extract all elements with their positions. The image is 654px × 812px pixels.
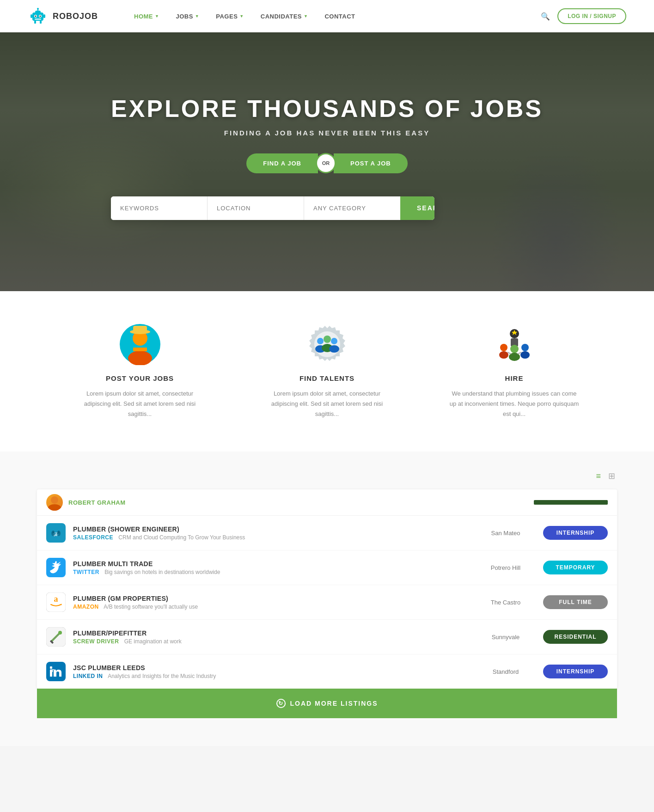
svg-rect-16	[133, 348, 147, 351]
job-row: PLUMBER/PIPEFITTER SCREW DRIVER GE imagi…	[37, 620, 617, 654]
jobs-toolbar: ≡ ⊞	[37, 470, 617, 482]
job-list: ROBERT GRAHAM SF PLUMBER (SHOWER ENGINEE…	[37, 489, 617, 689]
load-more-button[interactable]: ↻ LOAD MORE LISTINGS	[37, 689, 617, 718]
brand[interactable]: ROBOJOB	[28, 6, 98, 26]
company-desc: Analytics and Insights for the Music Ind…	[108, 673, 216, 679]
company-desc: GE imagination at work	[124, 638, 182, 645]
category-input[interactable]	[304, 196, 400, 220]
svg-point-26	[329, 345, 339, 353]
nav-item-pages[interactable]: PAGES ▼	[208, 0, 252, 32]
location-input[interactable]	[208, 196, 304, 220]
nav-item-candidates[interactable]: CANDIDATES ▼	[252, 0, 317, 32]
feature-post-jobs: POST YOUR JOBS Lorem ipsum dolor sit ame…	[75, 324, 205, 419]
svg-point-25	[331, 338, 337, 344]
brand-name: ROBOJOB	[53, 12, 98, 21]
svg-point-31	[499, 351, 508, 359]
company-name: TWITTER	[73, 569, 99, 575]
svg-point-8	[35, 16, 37, 17]
job-row: a PLUMBER (GM PROPERTIES) AMAZON A/B tes…	[37, 585, 617, 620]
company-name: LINKED IN	[73, 673, 103, 679]
or-divider: OR	[317, 154, 335, 172]
hero-section: EXPLORE THOUSANDS OF JOBS FINDING A JOB …	[0, 32, 654, 291]
svg-point-5	[37, 8, 39, 10]
job-list-header: ROBERT GRAHAM	[37, 489, 617, 516]
job-row: SF PLUMBER (SHOWER ENGINEER) SALESFORCE …	[37, 516, 617, 550]
keywords-input[interactable]	[111, 196, 208, 220]
job-badge[interactable]: INTERNSHIP	[543, 665, 608, 678]
job-location: Potrero Hill	[476, 564, 536, 571]
login-button[interactable]: LOG IN / SIGNUP	[557, 8, 626, 24]
svg-point-23	[324, 336, 331, 343]
nav-item-contact[interactable]: CONTACT	[316, 0, 363, 32]
post-jobs-icon	[119, 324, 161, 365]
search-button[interactable]: SEARCH	[400, 196, 434, 220]
hire-icon	[494, 324, 535, 365]
job-location: San Mateo	[476, 530, 536, 537]
svg-point-38	[51, 496, 58, 504]
company-name: SALESFORCE	[73, 534, 113, 541]
svg-point-32	[521, 344, 529, 351]
nav-item-jobs[interactable]: JOBS ▼	[167, 0, 208, 32]
nav-right: 🔍 LOG IN / SIGNUP	[541, 8, 626, 24]
job-info: PLUMBER/PIPEFITTER SCREW DRIVER GE imagi…	[73, 629, 468, 645]
job-company: SALESFORCE CRM and Cloud Computing To Gr…	[73, 534, 468, 541]
job-logo	[46, 627, 66, 647]
company-name: AMAZON	[73, 604, 99, 610]
job-company: AMAZON A/B testing software you'll actua…	[73, 604, 468, 610]
svg-point-30	[500, 344, 507, 351]
svg-point-9	[40, 16, 41, 17]
chevron-down-icon: ▼	[155, 14, 159, 18]
job-title: PLUMBER MULTI TRADE	[73, 560, 468, 568]
job-title: PLUMBER/PIPEFITTER	[73, 629, 468, 637]
job-badge[interactable]: RESIDENTIAL	[543, 630, 608, 644]
svg-rect-2	[43, 14, 45, 18]
job-logo: a	[46, 592, 66, 612]
svg-rect-57	[50, 666, 52, 669]
job-row: PLUMBER MULTI TRADE TWITTER Big savings …	[37, 550, 617, 585]
job-info: PLUMBER (GM PROPERTIES) AMAZON A/B testi…	[73, 595, 468, 610]
company-desc: A/B testing software you'll actually use	[104, 604, 198, 610]
list-view-button[interactable]: ≡	[594, 470, 603, 482]
job-info: PLUMBER (SHOWER ENGINEER) SALESFORCE CRM…	[73, 525, 468, 541]
job-company: LINKED IN Analytics and Insights for the…	[73, 673, 468, 679]
svg-point-15	[128, 351, 152, 365]
job-badge[interactable]: TEMPORARY	[543, 561, 608, 574]
grid-view-button[interactable]: ⊞	[606, 470, 617, 482]
company-name: SCREW DRIVER	[73, 638, 119, 645]
job-badge[interactable]: FULL TIME	[543, 595, 608, 609]
load-more-section: ↻ LOAD MORE LISTINGS	[37, 689, 617, 718]
find-talents-title: FIND TALENTS	[263, 374, 392, 382]
find-talents-desc: Lorem ipsum dolor sit amet, consectetur …	[263, 389, 392, 419]
job-location: Sunnyvale	[476, 634, 536, 641]
nav-item-home[interactable]: HOME ▼	[126, 0, 167, 32]
job-title: JSC PLUMBER LEEDS	[73, 664, 468, 672]
svg-rect-18	[133, 326, 147, 332]
job-location: Standford	[476, 668, 536, 675]
hero-search-bar: SEARCH	[111, 196, 434, 220]
svg-rect-11	[34, 21, 36, 24]
chevron-down-icon: ▼	[239, 14, 244, 18]
company-desc: Big savings on hotels in destinations wo…	[104, 569, 220, 575]
job-title: PLUMBER (SHOWER ENGINEER)	[73, 525, 468, 533]
features-section: POST YOUR JOBS Lorem ipsum dolor sit ame…	[0, 291, 654, 452]
company-desc: CRM and Cloud Computing To Grow Your Bus…	[118, 534, 245, 541]
job-company: SCREW DRIVER GE imagination at work	[73, 638, 468, 645]
post-jobs-desc: Lorem ipsum dolor sit amet, consectetur …	[75, 389, 205, 419]
feature-hire: HIRE We understand that plumbing issues …	[450, 324, 579, 419]
job-badge[interactable]: INTERNSHIP	[543, 526, 608, 540]
post-job-button[interactable]: POST A JOB	[334, 153, 408, 173]
search-icon[interactable]: 🔍	[541, 12, 550, 21]
svg-rect-10	[35, 18, 41, 20]
chevron-down-icon: ▼	[304, 14, 308, 18]
hire-title: HIRE	[450, 374, 579, 382]
svg-point-39	[48, 504, 61, 511]
find-job-button[interactable]: FIND A JOB	[246, 153, 318, 173]
feature-find-talents: FIND TALENTS Lorem ipsum dolor sit amet,…	[263, 324, 392, 419]
find-talents-icon	[306, 324, 348, 365]
nav-links: HOME ▼ JOBS ▼ PAGES ▼ CANDIDATES ▼ CONTA…	[126, 0, 541, 32]
svg-point-53	[58, 631, 62, 635]
svg-text:a: a	[54, 594, 58, 604]
hero-buttons: FIND A JOB OR POST A JOB	[111, 153, 543, 173]
hero-title: EXPLORE THOUSANDS OF JOBS	[111, 95, 543, 122]
job-logo	[46, 558, 66, 577]
